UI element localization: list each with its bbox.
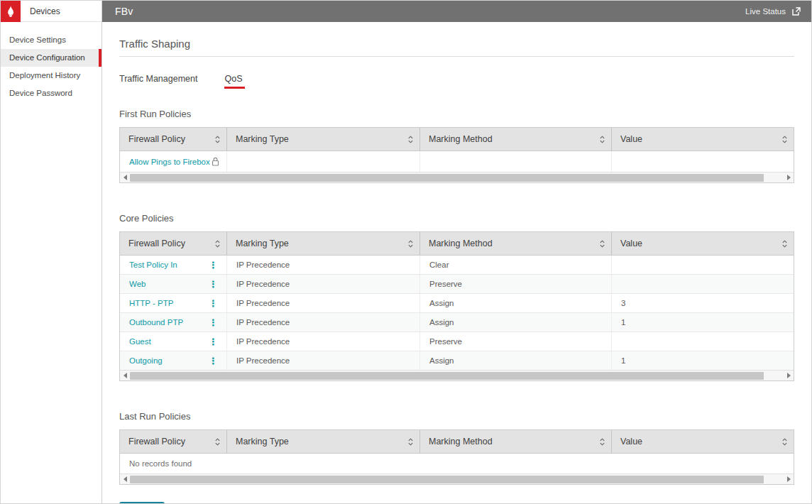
marking-method-cell: Assign [420,294,612,312]
app-window: Devices Device Settings Device Configura… [1,1,811,503]
sort-icon [781,239,788,248]
table-row: Test Policy In ⋮ IP Precedence Clear [120,256,794,275]
brand-label: Devices [30,6,60,16]
marking-type-cell: IP Precedence [227,332,420,351]
column-label: Marking Method [429,437,493,447]
column-header-marking-type[interactable]: Marking Type [227,232,420,255]
sort-icon [599,135,605,144]
sort-icon [407,135,414,144]
horizontal-scrollbar[interactable] [120,172,794,182]
sort-icon [407,437,414,447]
no-records-row: No records found [120,454,794,473]
kebab-menu-icon[interactable]: ⋮ [207,337,219,346]
scrollbar-thumb[interactable] [130,174,764,182]
column-header-firewall-policy[interactable]: Firewall Policy [120,430,227,453]
column-header-value[interactable]: Value [612,232,794,255]
scrollbar-thumb[interactable] [130,476,764,483]
sidebar-item-deployment-history[interactable]: Deployment History [1,67,102,84]
first-run-policies-title: First Run Policies [119,109,794,119]
firewall-policy-cell: Web ⋮ [120,275,227,293]
external-link-icon [791,6,801,16]
kebab-menu-icon[interactable]: ⋮ [207,356,219,366]
scroll-left-button[interactable] [120,172,130,182]
column-header-marking-method[interactable]: Marking Method [420,128,612,150]
back-button[interactable]: BACK [119,502,165,503]
table-body: Test Policy In ⋮ IP Precedence Clear Web… [120,256,794,370]
marking-method-cell [420,151,612,172]
tab-bar: Traffic Management QoS [119,74,794,89]
sidebar-item-device-configuration[interactable]: Device Configuration [1,49,102,67]
column-header-value[interactable]: Value [612,128,794,150]
firewall-policy-cell: HTTP - PTP ⋮ [120,294,227,312]
horizontal-scrollbar[interactable] [120,370,794,380]
scroll-right-button[interactable] [784,172,794,182]
column-header-marking-type[interactable]: Marking Type [227,128,420,150]
policy-link[interactable]: Test Policy In [129,261,177,269]
policy-link[interactable]: Allow Pings to Firebox [129,158,210,166]
kebab-menu-icon[interactable]: ⋮ [207,261,219,270]
live-status-label: Live Status [745,7,786,16]
scroll-right-arrow-icon [787,175,791,180]
table-row: Outgoing ⋮ IP Precedence Assign 1 [120,351,794,370]
sidebar-item-device-settings[interactable]: Device Settings [1,31,102,49]
scrollbar-track[interactable] [130,172,784,182]
horizontal-scrollbar[interactable] [120,473,794,484]
marking-type-cell [227,151,420,172]
table-header-row: Firewall Policy Marking Type Marking Met… [120,430,794,454]
sidebar: Devices Device Settings Device Configura… [1,1,102,503]
live-status-link[interactable]: Live Status [745,6,801,16]
scroll-left-arrow-icon [124,476,127,482]
policy-link[interactable]: HTTP - PTP [129,299,173,307]
firewall-policy-cell: Test Policy In ⋮ [120,256,227,274]
column-header-marking-type[interactable]: Marking Type [227,430,420,453]
sort-icon [599,437,605,447]
scroll-left-arrow-icon [124,373,127,378]
marking-type-cell: IP Precedence [227,313,420,332]
column-label: Firewall Policy [128,134,185,144]
scroll-left-button[interactable] [120,371,130,380]
scrollbar-thumb[interactable] [130,372,764,380]
firewall-policy-cell: Guest ⋮ [120,332,227,351]
core-policies-table: Firewall Policy Marking Type Marking Met… [119,231,794,381]
scroll-right-button[interactable] [784,474,794,484]
firewall-policy-cell: Allow Pings to Firebox [120,151,227,172]
policy-link[interactable]: Web [129,280,146,288]
kebab-menu-icon[interactable]: ⋮ [207,280,219,289]
watchguard-logo[interactable] [1,1,21,22]
tab-traffic-management[interactable]: Traffic Management [119,74,197,89]
policy-link[interactable]: Outbound PTP [129,318,183,327]
table-row: Web ⋮ IP Precedence Preserve [120,275,794,294]
column-header-marking-method[interactable]: Marking Method [420,430,612,453]
title-divider [119,56,794,57]
value-cell [612,151,794,172]
scrollbar-track[interactable] [130,371,784,380]
table-header-row: Firewall Policy Marking Type Marking Met… [120,232,794,256]
marking-method-cell: Assign [420,313,612,332]
marking-method-cell: Assign [420,351,612,370]
column-header-firewall-policy[interactable]: Firewall Policy [120,232,227,255]
scroll-left-button[interactable] [120,474,130,484]
column-header-firewall-policy[interactable]: Firewall Policy [120,128,227,150]
lock-icon [212,157,219,166]
scrollbar-track[interactable] [130,474,784,484]
sidebar-item-device-password[interactable]: Device Password [1,84,102,102]
column-header-value[interactable]: Value [612,430,794,453]
scroll-right-button[interactable] [784,371,794,380]
content-area: Traffic Shaping Traffic Management QoS F… [102,22,811,503]
column-label: Value [620,239,642,248]
kebab-menu-icon[interactable]: ⋮ [207,318,219,327]
firewall-policy-cell: Outgoing ⋮ [120,351,227,370]
policy-link[interactable]: Outgoing [129,356,163,365]
kebab-menu-icon[interactable]: ⋮ [207,299,219,308]
marking-type-cell: IP Precedence [227,294,420,312]
table-row: Allow Pings to Firebox [120,151,794,172]
column-header-marking-method[interactable]: Marking Method [420,232,612,255]
table-row: Guest ⋮ IP Precedence Preserve [120,332,794,351]
main-area: FBv Live Status Traffic Shaping Traffic … [102,1,811,503]
policy-link[interactable]: Guest [129,337,151,346]
sort-icon [214,239,221,248]
core-policies-title: Core Policies [119,213,794,224]
flame-icon [5,5,16,18]
tab-qos[interactable]: QoS [224,74,242,89]
marking-method-cell: Clear [420,256,612,274]
